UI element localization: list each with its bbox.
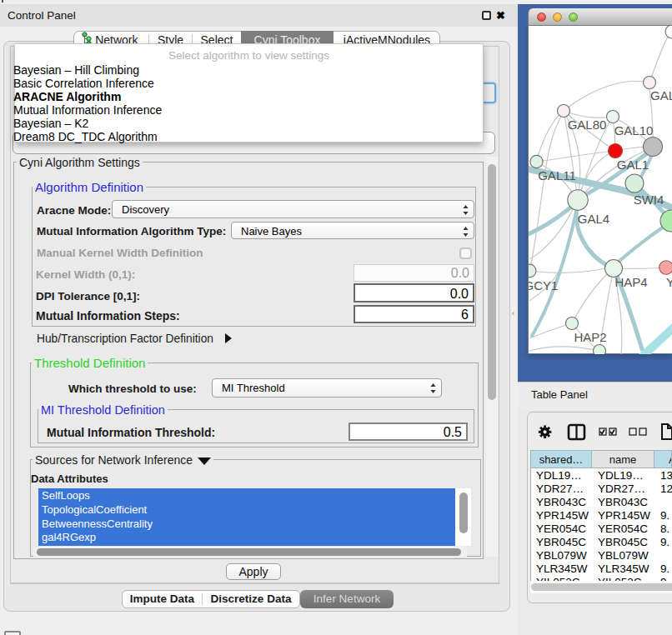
svg-text:YM: YM: [666, 275, 672, 289]
svg-text:GCY1: GCY1: [529, 278, 558, 292]
svg-text:GAL7: GAL7: [650, 88, 672, 102]
svg-text:GAL80: GAL80: [568, 118, 607, 132]
svg-text:SWI4: SWI4: [634, 192, 664, 207]
svg-text:GAL11: GAL11: [538, 168, 576, 182]
svg-text:HAP4: HAP4: [614, 275, 647, 289]
svg-text:GAL4: GAL4: [578, 212, 609, 226]
svg-text:GAL1: GAL1: [617, 158, 649, 172]
svg-text:HAP2: HAP2: [574, 330, 606, 344]
svg-text:GAL10: GAL10: [614, 123, 654, 138]
